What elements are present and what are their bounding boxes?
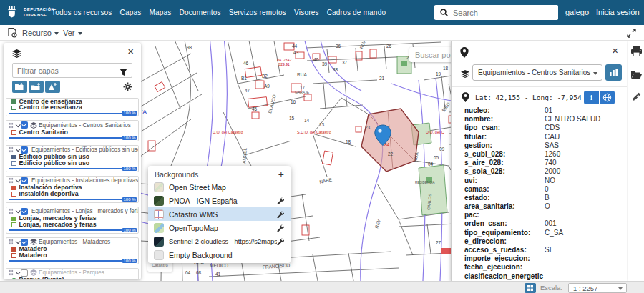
legend-swatch bbox=[11, 222, 16, 227]
background-option[interactable]: Sentinel-2 cloudless - https://s2maps.eu bbox=[148, 234, 291, 248]
chevron-down-icon[interactable] bbox=[15, 269, 20, 274]
background-option[interactable]: Empty Background bbox=[148, 248, 291, 262]
nav-item[interactable]: Servizos remotos bbox=[229, 9, 286, 16]
chevron-down-icon bbox=[593, 72, 597, 75]
layer-filter[interactable] bbox=[12, 63, 132, 78]
attribute-row: acceso_s_ruedas: SI bbox=[464, 246, 617, 254]
drag-handle-icon[interactable] bbox=[9, 146, 14, 153]
opacity-slider[interactable]: 100 % bbox=[6, 228, 138, 233]
background-thumbnail bbox=[154, 250, 164, 260]
opacity-slider[interactable]: 100 % bbox=[6, 136, 138, 141]
drag-handle-icon[interactable] bbox=[9, 269, 14, 276]
layer-checkbox[interactable] bbox=[21, 208, 28, 215]
print-button[interactable] bbox=[631, 46, 642, 59]
close-icon[interactable]: × bbox=[612, 44, 618, 56]
background-option[interactable]: PNOA - IGN España bbox=[148, 194, 291, 207]
background-thumbnail bbox=[154, 196, 164, 206]
svg-text:26: 26 bbox=[386, 44, 392, 49]
wrench-icon[interactable] bbox=[277, 208, 285, 221]
attribute-row: orden_csan: 001 bbox=[464, 219, 617, 228]
scale-widget-button[interactable] bbox=[525, 283, 536, 293]
opacity-slider[interactable]: 100 % bbox=[6, 111, 138, 116]
drag-handle-icon[interactable] bbox=[9, 239, 14, 245]
login-link[interactable]: Inicia sesión bbox=[596, 8, 640, 16]
drag-handle-icon[interactable] bbox=[9, 208, 14, 214]
add-background-icon[interactable]: + bbox=[278, 169, 284, 179]
opacity-slider[interactable]: 100 % bbox=[6, 197, 138, 202]
layer-filter-input[interactable] bbox=[13, 64, 113, 75]
wrench-icon[interactable] bbox=[277, 194, 285, 207]
deputacion-ourense-logo bbox=[6, 5, 17, 21]
layer-checkbox[interactable] bbox=[21, 239, 28, 246]
layer-checkbox[interactable] bbox=[21, 269, 28, 277]
global-search[interactable] bbox=[434, 5, 558, 20]
drag-handle-icon[interactable] bbox=[9, 122, 14, 129]
chevron-down-icon[interactable] bbox=[15, 239, 20, 244]
layers-icon bbox=[30, 122, 37, 129]
attribute-row: tipo_csan: CDS bbox=[464, 124, 617, 132]
brand-name[interactable]: DEPUTACIÓNOURENSE bbox=[24, 7, 54, 18]
opacity-slider[interactable]: 100 % bbox=[6, 259, 138, 264]
background-option[interactable]: Catastro WMS bbox=[148, 207, 291, 221]
svg-text:B1: B1 bbox=[241, 76, 247, 81]
location-pin-icon bbox=[460, 47, 469, 61]
location-pin-icon bbox=[462, 92, 469, 105]
scale-select[interactable]: 1 : 2257 bbox=[568, 283, 627, 293]
attribute-row: estado: B bbox=[464, 194, 617, 202]
wrench-icon[interactable] bbox=[277, 222, 285, 234]
coordinates-readout: Lat: 42,155 - Long: -7,954 bbox=[475, 94, 582, 101]
recurso-menu[interactable]: Recurso bbox=[22, 29, 59, 37]
layer-group: Equipamientos - Mataderos Matadero Matad… bbox=[6, 237, 139, 264]
svg-text:'A: 'A bbox=[142, 109, 147, 115]
layer-checkbox[interactable] bbox=[21, 177, 28, 184]
background-option[interactable]: OpenTopoMap bbox=[148, 221, 291, 234]
svg-text:16: 16 bbox=[291, 99, 296, 104]
nav-item[interactable]: Capas bbox=[120, 9, 142, 16]
add-group-button[interactable] bbox=[12, 81, 27, 93]
close-icon[interactable]: × bbox=[127, 45, 134, 57]
drag-handle-icon[interactable] bbox=[9, 177, 14, 184]
measure-button[interactable] bbox=[631, 92, 641, 105]
nav-item[interactable]: Todos os recursos bbox=[52, 9, 112, 16]
layer-checkbox[interactable] bbox=[21, 146, 28, 154]
svg-text:RUA: RUA bbox=[297, 72, 307, 77]
nav-item[interactable]: Cadros de mando bbox=[327, 9, 386, 16]
search-icon bbox=[440, 6, 448, 19]
attribute-row: nombre: CENTRO SALUD bbox=[464, 115, 617, 124]
layer-select-dropdown[interactable]: Equipamientos - Centros Sanitarios bbox=[472, 64, 602, 81]
legend-swatch bbox=[11, 247, 16, 252]
folder-button[interactable] bbox=[631, 69, 642, 82]
chart-button[interactable] bbox=[605, 64, 622, 81]
svg-text:98: 98 bbox=[187, 45, 192, 50]
filter-icon[interactable] bbox=[119, 66, 127, 79]
ver-menu[interactable]: Ver bbox=[63, 29, 82, 37]
svg-text:B2: B2 bbox=[262, 74, 268, 79]
wrench-icon[interactable] bbox=[277, 235, 285, 248]
svg-text:08: 08 bbox=[196, 270, 202, 275]
language-switcher[interactable]: galego bbox=[565, 8, 589, 16]
nav-item[interactable]: Documentos bbox=[179, 9, 220, 16]
chevron-down-icon[interactable] bbox=[15, 146, 20, 152]
chevron-down-icon[interactable] bbox=[15, 177, 20, 182]
nav-item[interactable]: Mapas bbox=[149, 9, 171, 16]
layer-checkbox[interactable] bbox=[21, 121, 28, 129]
opacity-slider[interactable]: 100 % bbox=[6, 167, 138, 172]
info-button[interactable]: i bbox=[584, 91, 599, 104]
background-option[interactable]: Open Street Map bbox=[148, 180, 291, 194]
background-thumbnail bbox=[154, 209, 164, 219]
svg-text:38: 38 bbox=[333, 67, 338, 72]
svg-text:22: 22 bbox=[388, 152, 394, 157]
search-input[interactable] bbox=[453, 9, 546, 17]
gear-icon[interactable] bbox=[123, 81, 132, 94]
nav-item[interactable]: Visores bbox=[294, 9, 319, 16]
svg-text:44: 44 bbox=[292, 44, 298, 49]
globe-button[interactable] bbox=[600, 91, 615, 104]
add-layer-button[interactable] bbox=[29, 81, 44, 93]
chevron-down-icon[interactable] bbox=[15, 122, 20, 127]
chevron-down-icon[interactable] bbox=[15, 208, 20, 213]
attribute-row: camas: 0 bbox=[464, 185, 617, 194]
attribute-row: nucleo: 01 bbox=[464, 106, 617, 115]
fullscreen-icon[interactable] bbox=[627, 28, 636, 41]
add-style-button[interactable] bbox=[45, 81, 60, 93]
statusbar: Escala: 1 : 2257 bbox=[0, 281, 644, 293]
